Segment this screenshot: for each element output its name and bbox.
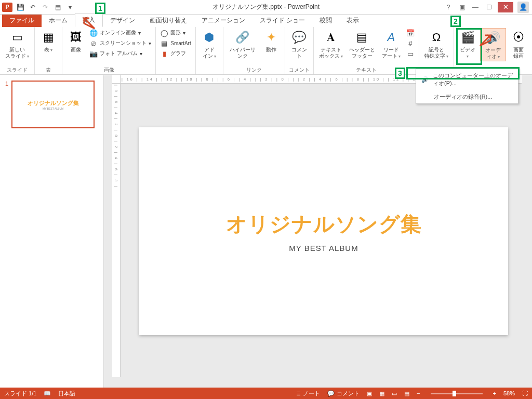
save-icon[interactable]: 💾 <box>16 3 25 12</box>
thumbnail-subtitle: MY BEST ALBUM <box>43 107 63 110</box>
minimize-icon[interactable]: — <box>471 3 480 12</box>
ribbon: ▭新しい スライド スライド ▦表 表 🖼画像 🌐オンライン画像 ▾ ⎚スクリー… <box>0 27 532 75</box>
image-button[interactable]: 🖼画像 <box>65 28 86 54</box>
spellcheck-icon[interactable]: 📖 <box>44 390 51 397</box>
account-avatar[interactable]: 👤 <box>517 2 529 13</box>
ribbon-options-icon[interactable]: ▣ <box>457 3 467 12</box>
thumbnail-number: 1 <box>5 81 8 128</box>
fit-window-icon[interactable]: ⛶ <box>522 390 528 396</box>
new-slide-icon: ▭ <box>9 29 25 46</box>
wordart-button[interactable]: Aワードアート <box>379 28 403 60</box>
undo-icon[interactable]: ↶ <box>28 3 37 12</box>
audio-dropdown-menu: 🔊このコンピューター上のオーディオ(P)... オーディオの録音(R)... <box>416 69 518 104</box>
tab-design[interactable]: デザイン <box>103 14 142 27</box>
slide-title[interactable]: オリジナルソング集 <box>226 210 422 238</box>
app-icon: P <box>2 3 12 12</box>
group-label-table: 表 <box>38 65 59 74</box>
group-table: ▦表 表 <box>35 27 62 74</box>
date-time-button[interactable]: 📅 <box>405 28 416 37</box>
smartart-button[interactable]: ▤SmartArt <box>159 38 192 48</box>
addins-button[interactable]: ⬢アド イン <box>199 28 220 60</box>
zoom-out-button[interactable]: − <box>417 390 420 396</box>
group-symbol: Ω記号と 特殊文字 <box>419 27 454 74</box>
zoom-slider[interactable] <box>431 393 483 394</box>
photo-album-button[interactable]: 📷フォト アルバム ▾ <box>88 49 152 58</box>
slide-thumbnails: 1 オリジナルソング集 MY BEST ALBUM <box>0 75 104 388</box>
slideshow-view-icon[interactable]: ▤ <box>404 390 409 397</box>
table-button[interactable]: ▦表 <box>38 28 59 54</box>
help-icon[interactable]: ? <box>444 3 453 12</box>
chart-icon: ▮ <box>160 49 168 58</box>
slide-canvas[interactable]: オリジナルソング集 MY BEST ALBUM <box>139 127 508 335</box>
close-icon[interactable]: ✕ <box>498 2 513 12</box>
tab-slideshow[interactable]: スライド ショー <box>252 14 312 27</box>
header-footer-button[interactable]: ▤ヘッダーと フッター <box>347 28 377 60</box>
slide-number-button[interactable]: # <box>405 38 416 48</box>
comment-icon: 💬 <box>291 29 308 46</box>
screenshot-button[interactable]: ⎚スクリーンショット ▾ <box>88 38 152 48</box>
group-label-slide: スライド <box>3 65 31 74</box>
callout-1: 1 <box>95 3 105 14</box>
chart-button[interactable]: ▮グラフ <box>159 49 192 58</box>
workspace: 1 オリジナルソング集 MY BEST ALBUM | 16 | | 14 | … <box>0 75 532 388</box>
group-link: 🔗ハイパーリンク ✦動作 リンク <box>223 27 285 74</box>
tab-insert[interactable]: 挿入 <box>75 13 103 27</box>
group-label-link: リンク <box>227 65 282 74</box>
video-button[interactable]: 🎬ビデオ <box>457 28 478 60</box>
window-controls: ? ▣ — ☐ ✕ 👤 <box>444 2 532 13</box>
action-icon: ✦ <box>263 29 280 46</box>
screenshot-icon: ⎚ <box>89 39 98 47</box>
audio-button[interactable]: 🔊オーディオ <box>480 28 506 61</box>
textbox-icon: 𝐀 <box>323 29 339 46</box>
screen-rec-icon: ⦿ <box>510 29 527 46</box>
thumbnail-preview: オリジナルソング集 MY BEST ALBUM <box>11 81 95 128</box>
slide-number-icon: # <box>406 39 415 47</box>
zoom-in-button[interactable]: + <box>493 390 496 396</box>
maximize-icon[interactable]: ☐ <box>484 3 494 12</box>
qat-dropdown-icon[interactable]: ▾ <box>65 3 75 12</box>
table-icon: ▦ <box>40 29 57 46</box>
symbol-button[interactable]: Ω記号と 特殊文字 <box>422 28 450 60</box>
thumbnail-title: オリジナルソング集 <box>28 99 79 107</box>
object-button[interactable]: ▭ <box>405 49 416 58</box>
tab-home[interactable]: ホーム <box>42 14 75 27</box>
object-icon: ▭ <box>406 49 415 58</box>
symbol-icon: Ω <box>428 29 445 46</box>
wordart-icon: A <box>383 29 400 46</box>
audio-record-item[interactable]: オーディオの録音(R)... <box>416 90 518 103</box>
tab-view[interactable]: 表示 <box>339 14 366 27</box>
reading-view-icon[interactable]: ▭ <box>392 390 397 397</box>
tab-animations[interactable]: アニメーション <box>194 14 252 27</box>
audio-from-pc-item[interactable]: 🔊このコンピューター上のオーディオ(P)... <box>416 69 518 90</box>
start-slideshow-icon[interactable]: ▤ <box>53 3 62 12</box>
slide-counter[interactable]: スライド 1/1 <box>4 390 36 397</box>
tab-file[interactable]: ファイル <box>2 14 42 27</box>
shapes-button[interactable]: ◯図形 ▾ <box>159 28 192 37</box>
thumbnail-1[interactable]: 1 オリジナルソング集 MY BEST ALBUM <box>5 81 98 128</box>
group-comment: 💬コメント コメント <box>285 27 314 74</box>
slide-subtitle[interactable]: MY BEST ALBUM <box>289 244 358 252</box>
hyperlink-icon: 🔗 <box>234 29 251 46</box>
textbox-button[interactable]: 𝐀テキスト ボックス <box>317 28 345 60</box>
group-illustrations: ◯図形 ▾ ▤SmartArt ▮グラフ <box>156 27 195 74</box>
action-button[interactable]: ✦動作 <box>261 28 282 54</box>
header-footer-icon: ▤ <box>354 29 370 46</box>
tab-transitions[interactable]: 画面切り替え <box>142 14 194 27</box>
comment-button[interactable]: 💬コメント <box>288 28 310 60</box>
record-icon <box>421 92 430 101</box>
hyperlink-button[interactable]: 🔗ハイパーリンク <box>227 28 259 60</box>
language-indicator[interactable]: 日本語 <box>58 390 75 397</box>
new-slide-button[interactable]: ▭新しい スライド <box>3 28 31 60</box>
tab-review[interactable]: 校閲 <box>312 14 339 27</box>
sorter-view-icon[interactable]: ▦ <box>379 390 384 397</box>
screen-recording-button[interactable]: ⦿画面 録画 <box>508 28 529 60</box>
online-picture-button[interactable]: 🌐オンライン画像 ▾ <box>88 28 152 37</box>
video-icon: 🎬 <box>459 29 476 46</box>
redo-icon[interactable]: ↷ <box>41 3 50 12</box>
group-addins: ⬢アド イン <box>196 27 223 74</box>
slide-canvas-area: | 16 | | 14 | | 12 | | 10 | | 8 | | | 6 … <box>104 75 532 388</box>
comments-button[interactable]: 💬 コメント <box>327 390 360 397</box>
normal-view-icon[interactable]: ▣ <box>367 390 372 397</box>
notes-button[interactable]: ≣ ノート <box>296 390 320 397</box>
zoom-level[interactable]: 58% <box>503 390 515 396</box>
